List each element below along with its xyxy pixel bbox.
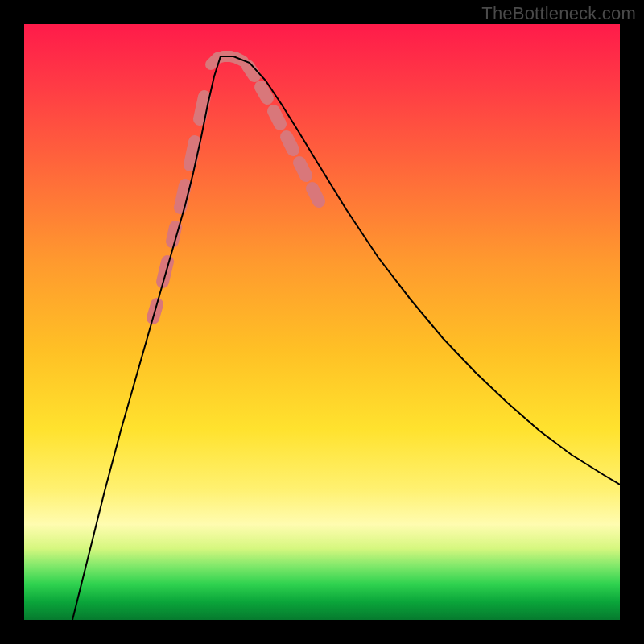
watermark-text: TheBottleneck.com [481,3,636,24]
highlight-segment [287,137,293,150]
bottleneck-curve [72,56,620,620]
highlight-segment [180,185,185,208]
chart-frame [24,24,620,620]
highlight-segment [312,188,319,201]
highlight-segment [190,142,195,165]
highlight-right [248,66,319,201]
highlight-segment [274,111,280,124]
highlight-segment [200,97,204,119]
highlight-segment [299,163,306,175]
curve-svg [24,24,620,620]
highlight-segment [261,87,267,98]
highlight-left [153,97,204,318]
